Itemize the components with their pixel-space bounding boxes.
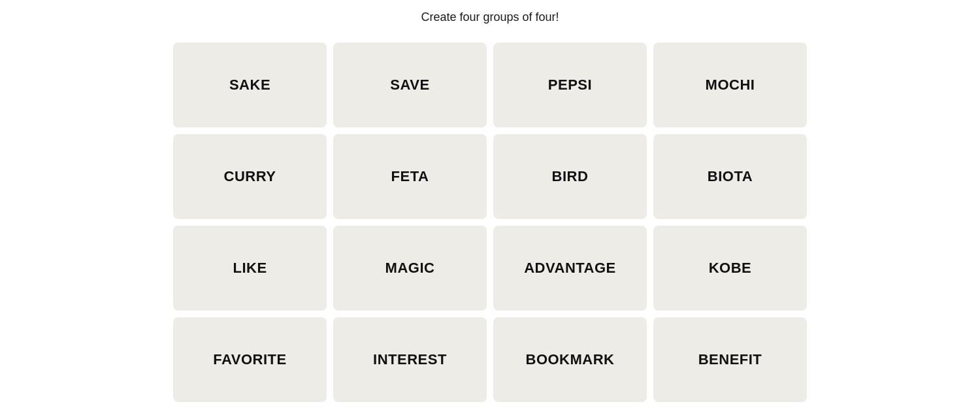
cell-label-benefit: BENEFIT bbox=[698, 351, 762, 368]
grid-cell-sake[interactable]: SAKE bbox=[173, 43, 327, 128]
grid-cell-feta[interactable]: FETA bbox=[333, 134, 487, 219]
grid-cell-mochi[interactable]: MOCHI bbox=[653, 43, 807, 128]
cell-label-feta: FETA bbox=[391, 168, 429, 185]
cell-label-magic: MAGIC bbox=[385, 260, 435, 277]
page-subtitle: Create four groups of four! bbox=[421, 10, 559, 24]
grid-cell-save[interactable]: SAVE bbox=[333, 43, 487, 128]
cell-label-save: SAVE bbox=[390, 77, 429, 94]
cell-label-like: LIKE bbox=[233, 260, 267, 277]
cell-label-sake: SAKE bbox=[229, 77, 270, 94]
grid-cell-magic[interactable]: MAGIC bbox=[333, 226, 487, 311]
cell-label-mochi: MOCHI bbox=[706, 77, 755, 94]
grid-cell-advantage[interactable]: ADVANTAGE bbox=[493, 226, 647, 311]
cell-label-pepsi: PEPSI bbox=[548, 77, 592, 94]
grid-cell-bookmark[interactable]: BOOKMARK bbox=[493, 317, 647, 402]
cell-label-bird: BIRD bbox=[552, 168, 589, 185]
grid-cell-favorite[interactable]: FAVORITE bbox=[173, 317, 327, 402]
grid-cell-kobe[interactable]: KOBE bbox=[653, 226, 807, 311]
grid-cell-like[interactable]: LIKE bbox=[173, 226, 327, 311]
grid-cell-interest[interactable]: INTEREST bbox=[333, 317, 487, 402]
grid-cell-biota[interactable]: BIOTA bbox=[653, 134, 807, 219]
word-grid: SAKESAVEPEPSIMOCHICURRYFETABIRDBIOTALIKE… bbox=[173, 43, 807, 402]
grid-cell-benefit[interactable]: BENEFIT bbox=[653, 317, 807, 402]
cell-label-biota: BIOTA bbox=[708, 168, 753, 185]
cell-label-curry: CURRY bbox=[224, 168, 276, 185]
grid-cell-curry[interactable]: CURRY bbox=[173, 134, 327, 219]
cell-label-bookmark: BOOKMARK bbox=[526, 351, 615, 368]
cell-label-kobe: KOBE bbox=[709, 260, 752, 277]
cell-label-favorite: FAVORITE bbox=[213, 351, 286, 368]
grid-cell-pepsi[interactable]: PEPSI bbox=[493, 43, 647, 128]
grid-cell-bird[interactable]: BIRD bbox=[493, 134, 647, 219]
cell-label-advantage: ADVANTAGE bbox=[524, 260, 616, 277]
cell-label-interest: INTEREST bbox=[373, 351, 447, 368]
